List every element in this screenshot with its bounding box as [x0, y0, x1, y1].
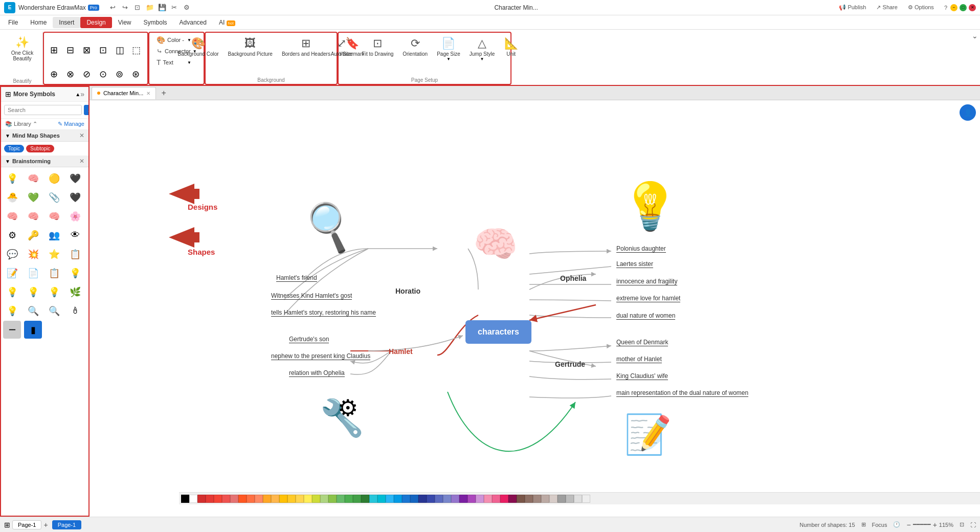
color-swatch[interactable]	[328, 495, 337, 503]
color-swatch[interactable]	[369, 495, 377, 503]
page-add-btn[interactable]: +	[43, 521, 48, 529]
color-swatch[interactable]	[377, 495, 386, 503]
share-btn[interactable]: ↗ Share	[873, 3, 900, 12]
shape-item-11[interactable]: 🧠	[46, 207, 63, 225]
shape-item-17[interactable]: 💬	[3, 245, 21, 263]
color-swatch[interactable]	[459, 495, 467, 503]
minimize-btn[interactable]: −	[950, 4, 957, 11]
tab-add-btn[interactable]: +	[158, 87, 169, 99]
shape-item-13[interactable]: ⚙	[3, 226, 21, 244]
color-swatch[interactable]	[345, 495, 353, 503]
color-swatch[interactable]	[247, 495, 255, 503]
style-btn-12[interactable]: ⊛	[129, 66, 144, 82]
fit-screen-btn[interactable]: ⊡	[960, 521, 964, 528]
color-swatch[interactable]	[410, 495, 418, 503]
shape-item-26[interactable]: 💡	[24, 283, 42, 301]
shape-item-12[interactable]: 🌸	[66, 207, 84, 225]
shape-item-29[interactable]: 💡	[3, 302, 21, 320]
color-swatch[interactable]	[582, 495, 590, 503]
panel-collapse-btn[interactable]: »	[80, 90, 84, 98]
undo-icon[interactable]: ↩	[108, 3, 118, 12]
fit-to-drawing-btn[interactable]: ⊡ Fit to Drawing	[359, 35, 397, 59]
color-swatch[interactable]	[492, 495, 500, 503]
color-swatch[interactable]	[427, 495, 435, 503]
color-swatch[interactable]	[222, 495, 230, 503]
color-swatch[interactable]	[525, 495, 533, 503]
color-swatch[interactable]	[566, 495, 574, 503]
topic-pill[interactable]: Topic	[4, 145, 24, 152]
borders-headers-btn[interactable]: ⊞ Borders and Headers	[279, 35, 333, 59]
menu-ai[interactable]: AI hot	[213, 17, 241, 28]
shape-item-19[interactable]: ⭐	[46, 245, 63, 263]
color-swatch[interactable]	[508, 495, 517, 503]
menu-home[interactable]: Home	[24, 17, 53, 28]
shape-item-20[interactable]: 📋	[66, 245, 84, 263]
background-color-btn[interactable]: 🎨 Background Color	[175, 35, 222, 59]
color-swatch[interactable]	[263, 495, 271, 503]
brainstorming-section-close[interactable]: ✕	[79, 158, 84, 165]
orientation-btn[interactable]: ⟳ Orientation	[399, 35, 431, 59]
style-btn-1[interactable]: ⊞	[47, 35, 62, 65]
close-btn[interactable]: ✕	[969, 4, 976, 11]
zoom-out-btn[interactable]: −	[906, 521, 910, 529]
tab-close-icon[interactable]: ✕	[146, 91, 150, 96]
style-btn-5[interactable]: ◫	[113, 35, 128, 65]
mind-map-section-header[interactable]: ▼ Mind Map Shapes ✕	[1, 130, 88, 142]
shape-item-8[interactable]: 🖤	[66, 188, 84, 206]
color-swatch[interactable]	[353, 495, 361, 503]
shape-item-14[interactable]: 🔑	[24, 226, 42, 244]
style-btn-2[interactable]: ⊟	[63, 35, 79, 65]
zoom-in-btn[interactable]: +	[933, 521, 937, 529]
color-swatch[interactable]	[320, 495, 328, 503]
open-icon[interactable]: 📁	[145, 3, 154, 12]
color-swatch[interactable]	[394, 495, 402, 503]
color-swatch[interactable]	[467, 495, 476, 503]
search-input[interactable]	[4, 105, 82, 115]
shape-item-31[interactable]: 🔍	[46, 302, 63, 320]
shape-item-32[interactable]: 🕯	[66, 302, 84, 320]
shape-item-4[interactable]: 🖤	[66, 169, 84, 187]
color-swatch[interactable]	[533, 495, 541, 503]
shape-item-18[interactable]: 💥	[24, 245, 42, 263]
fullscreen-btn[interactable]: ⛶	[970, 522, 976, 528]
color-swatch[interactable]	[517, 495, 525, 503]
color-swatch[interactable]	[312, 495, 320, 503]
color-swatch[interactable]	[402, 495, 410, 503]
shape-item-24[interactable]: 💡	[66, 264, 84, 282]
color-swatch[interactable]	[214, 495, 222, 503]
shape-item-25[interactable]: 💡	[3, 283, 21, 301]
menu-file[interactable]: File	[2, 17, 24, 28]
menu-view[interactable]: View	[112, 17, 138, 28]
shape-item-2[interactable]: 🧠	[24, 169, 42, 187]
shape-item-22[interactable]: 📄	[24, 264, 42, 282]
shape-item-21[interactable]: 📝	[3, 264, 21, 282]
unit-btn[interactable]: 📐 Unit	[501, 35, 521, 59]
save-icon[interactable]: 💾	[158, 3, 167, 12]
style-btn-10[interactable]: ⊙	[96, 66, 112, 82]
color-swatch[interactable]	[435, 495, 443, 503]
shape-item-6[interactable]: 💚	[24, 188, 42, 206]
style-btn-8[interactable]: ⊗	[63, 66, 79, 82]
color-swatch[interactable]	[296, 495, 304, 503]
style-btn-3[interactable]: ⊠	[80, 35, 95, 65]
color-swatch[interactable]	[189, 495, 197, 503]
color-swatch[interactable]	[238, 495, 247, 503]
maximize-btn[interactable]: □	[960, 4, 967, 11]
one-click-beautify-btn[interactable]: ✨ One ClickBeautify	[8, 34, 36, 63]
color-swatch[interactable]	[197, 495, 206, 503]
shape-item-3[interactable]: 🟡	[46, 169, 63, 187]
color-swatch[interactable]	[484, 495, 492, 503]
color-swatch[interactable]	[541, 495, 549, 503]
zoom-slider[interactable]: ━━━━━	[913, 521, 931, 528]
color-swatch[interactable]	[304, 495, 312, 503]
shape-item-33[interactable]: ━━	[3, 321, 21, 339]
shape-item-27[interactable]: 💡	[46, 283, 63, 301]
color-swatch[interactable]	[500, 495, 508, 503]
color-swatch[interactable]	[386, 495, 394, 503]
shape-item-28[interactable]: 🌿	[66, 283, 84, 301]
color-swatch[interactable]	[549, 495, 558, 503]
color-swatch[interactable]	[271, 495, 279, 503]
color-swatch[interactable]	[574, 495, 582, 503]
shape-item-15[interactable]: 👥	[46, 226, 63, 244]
color-swatch[interactable]	[230, 495, 238, 503]
